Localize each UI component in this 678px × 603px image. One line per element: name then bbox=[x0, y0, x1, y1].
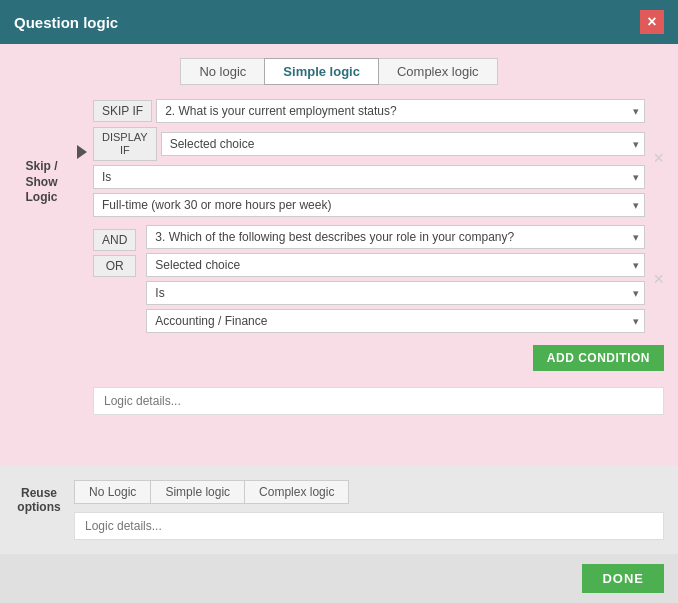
value-1-select[interactable]: Full-time (work 30 or more hours per wee… bbox=[93, 193, 645, 217]
selected-choice-2-wrapper: Selected choice bbox=[146, 253, 645, 277]
selected-choice-1-wrapper: Selected choice bbox=[161, 132, 646, 156]
value-2-row: Accounting / Finance bbox=[146, 309, 645, 333]
is-1-select[interactable]: Is bbox=[93, 165, 645, 189]
or-button[interactable]: OR bbox=[93, 255, 136, 277]
reuse-right: No Logic Simple logic Complex logic bbox=[74, 480, 664, 540]
logic-tabs: No logic Simple logic Complex logic bbox=[14, 58, 664, 85]
condition-1-content: SKIP IF 2. What is your current employme… bbox=[93, 99, 645, 217]
is-1-wrapper: Is bbox=[93, 165, 645, 189]
condition-2-inner: 3. Which of the following best describes… bbox=[146, 225, 645, 333]
question-1-select[interactable]: 2. What is your current employment statu… bbox=[156, 99, 645, 123]
done-row: DONE bbox=[0, 554, 678, 603]
display-if-row: DISPLAY IF Selected choice bbox=[93, 127, 645, 161]
selected-choice-2-select[interactable]: Selected choice bbox=[146, 253, 645, 277]
logic-details-input[interactable] bbox=[93, 387, 664, 415]
top-section: No logic Simple logic Complex logic Skip… bbox=[0, 44, 678, 466]
and-or-column: AND OR bbox=[93, 229, 136, 277]
is-2-select[interactable]: Is bbox=[146, 281, 645, 305]
remove-condition-1-button[interactable]: × bbox=[653, 149, 664, 167]
and-button[interactable]: AND bbox=[93, 229, 136, 251]
question-2-row: 3. Which of the following best describes… bbox=[146, 225, 645, 249]
tab-simple-logic[interactable]: Simple logic bbox=[264, 58, 379, 85]
done-button[interactable]: DONE bbox=[582, 564, 664, 593]
question-logic-modal: Question logic × No logic Simple logic C… bbox=[0, 0, 678, 603]
close-button[interactable]: × bbox=[640, 10, 664, 34]
value-2-select[interactable]: Accounting / Finance bbox=[146, 309, 645, 333]
arrow-indicator bbox=[77, 125, 87, 159]
is-2-wrapper: Is bbox=[146, 281, 645, 305]
modal-body: No logic Simple logic Complex logic Skip… bbox=[0, 44, 678, 603]
reuse-options-section: Reuse options No Logic Simple logic Comp… bbox=[0, 466, 678, 554]
condition-block-1: SKIP IF 2. What is your current employme… bbox=[93, 99, 664, 217]
reuse-label: Reuse options bbox=[14, 486, 64, 514]
skip-if-badge: SKIP IF bbox=[93, 100, 152, 122]
question-2-select[interactable]: 3. Which of the following best describes… bbox=[146, 225, 645, 249]
tab-no-logic[interactable]: No logic bbox=[180, 58, 264, 85]
is-2-row: Is bbox=[146, 281, 645, 305]
reuse-details-input[interactable] bbox=[74, 512, 664, 540]
reuse-tab-complex-logic[interactable]: Complex logic bbox=[244, 480, 349, 504]
selected-choice-2-row: Selected choice bbox=[146, 253, 645, 277]
conditions-column: SKIP IF 2. What is your current employme… bbox=[93, 99, 664, 415]
is-1-row: Is bbox=[93, 165, 645, 189]
display-if-badge: DISPLAY IF bbox=[93, 127, 157, 161]
skip-if-row: SKIP IF 2. What is your current employme… bbox=[93, 99, 645, 123]
skip-show-label: Skip / Show Logic bbox=[14, 159, 69, 206]
add-condition-row: ADD CONDITION bbox=[93, 345, 664, 371]
modal-title: Question logic bbox=[14, 14, 118, 31]
question-2-wrapper: 3. Which of the following best describes… bbox=[146, 225, 645, 249]
reuse-tabs: No Logic Simple logic Complex logic bbox=[74, 480, 664, 504]
remove-condition-2-button[interactable]: × bbox=[653, 270, 664, 288]
selected-choice-1-select[interactable]: Selected choice bbox=[161, 132, 646, 156]
tab-complex-logic[interactable]: Complex logic bbox=[379, 58, 498, 85]
value-2-wrapper: Accounting / Finance bbox=[146, 309, 645, 333]
modal-header: Question logic × bbox=[0, 0, 678, 44]
arrow-right-icon bbox=[77, 145, 87, 159]
value-1-row: Full-time (work 30 or more hours per wee… bbox=[93, 193, 645, 217]
skip-show-area: Skip / Show Logic SKIP IF bbox=[14, 99, 664, 415]
reuse-row: Reuse options No Logic Simple logic Comp… bbox=[14, 480, 664, 540]
reuse-tab-no-logic[interactable]: No Logic bbox=[74, 480, 150, 504]
question-1-wrapper: 2. What is your current employment statu… bbox=[156, 99, 645, 123]
condition-block-2: AND OR 3. Which of the following best de… bbox=[93, 225, 664, 333]
value-1-wrapper: Full-time (work 30 or more hours per wee… bbox=[93, 193, 645, 217]
add-condition-button[interactable]: ADD CONDITION bbox=[533, 345, 664, 371]
reuse-tab-simple-logic[interactable]: Simple logic bbox=[150, 480, 244, 504]
